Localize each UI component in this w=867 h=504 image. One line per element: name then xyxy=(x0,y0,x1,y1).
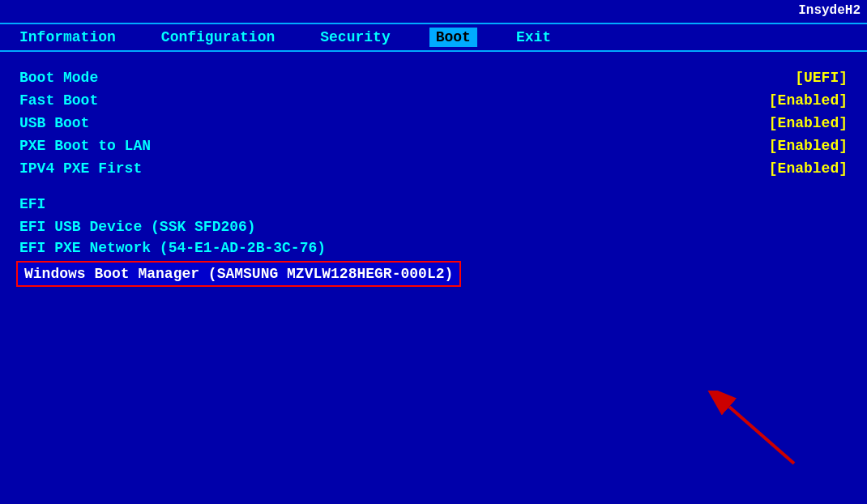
menu-item-configuration[interactable]: Configuration xyxy=(155,28,281,47)
setting-value-ipv4-pxe: [Enabled] xyxy=(769,160,848,177)
setting-value-fast-boot: [Enabled] xyxy=(769,92,848,109)
setting-row-usb-boot[interactable]: USB Boot [Enabled] xyxy=(16,113,851,133)
red-arrow-indicator xyxy=(705,391,802,472)
setting-row-fast-boot[interactable]: Fast Boot [Enabled] xyxy=(16,91,851,110)
svg-line-1 xyxy=(729,407,794,463)
efi-pxe-item[interactable]: EFI PXE Network (54-E1-AD-2B-3C-76) xyxy=(16,238,851,258)
brand-label: InsydeH2 xyxy=(798,3,861,18)
setting-label-fast-boot: Fast Boot xyxy=(19,92,98,109)
setting-value-usb-boot: [Enabled] xyxy=(769,115,848,131)
setting-row-ipv4-pxe[interactable]: IPV4 PXE First [Enabled] xyxy=(16,159,851,178)
setting-label-boot-mode: Boot Mode xyxy=(19,70,98,86)
efi-usb-item[interactable]: EFI USB Device (SSK SFD206) xyxy=(16,217,851,237)
efi-windows-item-wrapper: Windows Boot Manager (SAMSUNG MZVLW128HE… xyxy=(16,261,851,288)
setting-label-pxe-boot: PXE Boot to LAN xyxy=(19,138,151,154)
setting-label-ipv4-pxe: IPV4 PXE First xyxy=(19,160,142,177)
efi-header: EFI xyxy=(16,194,851,214)
menu-item-security[interactable]: Security xyxy=(314,28,396,47)
setting-value-boot-mode: [UEFI] xyxy=(795,70,848,86)
settings-section: Boot Mode [UEFI] Fast Boot [Enabled] USB… xyxy=(16,68,851,178)
setting-value-pxe-boot: [Enabled] xyxy=(769,138,848,154)
setting-row-pxe-boot[interactable]: PXE Boot to LAN [Enabled] xyxy=(16,136,851,156)
setting-label-usb-boot: USB Boot xyxy=(19,115,89,131)
efi-windows-item[interactable]: Windows Boot Manager (SAMSUNG MZVLW128HE… xyxy=(16,261,461,287)
setting-row-boot-mode[interactable]: Boot Mode [UEFI] xyxy=(16,68,851,88)
efi-section: EFI EFI USB Device (SSK SFD206) EFI PXE … xyxy=(16,194,851,288)
menu-item-exit[interactable]: Exit xyxy=(510,28,557,47)
menu-item-boot[interactable]: Boot xyxy=(429,28,477,47)
menu-item-information[interactable]: Information xyxy=(13,28,122,47)
menu-bar: Information Configuration Security Boot … xyxy=(0,23,867,52)
